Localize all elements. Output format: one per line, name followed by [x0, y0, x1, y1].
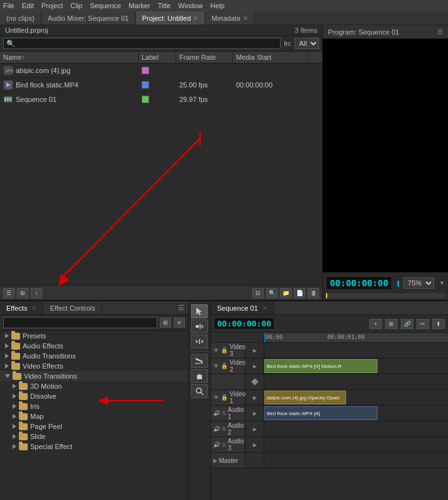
effects-sort-btn[interactable]: ≡ [174, 318, 185, 328]
expand-btn[interactable]: ▶ [253, 364, 257, 369]
add-track-btn[interactable]: + [369, 319, 382, 329]
effects-item-audio-transitions[interactable]: Audio Transitions [0, 351, 188, 361]
eye-btn[interactable]: 👁 [213, 394, 219, 401]
effects-item-page-peel[interactable]: Page Peel [0, 421, 188, 431]
list-view-btn[interactable]: ☰ [3, 288, 14, 298]
solo-btn[interactable]: S [222, 442, 226, 448]
menu-window[interactable]: Window [178, 2, 203, 9]
expand-btn[interactable]: ▶ [253, 411, 257, 416]
track-controls-video1: ▶ [245, 390, 264, 405]
menu-marker[interactable]: Marker [128, 2, 150, 9]
lock-btn[interactable]: 🔒 [221, 394, 228, 401]
expand-btn[interactable]: ▶ [253, 348, 257, 353]
tab-project-close[interactable]: ✕ [193, 15, 198, 21]
menu-clip[interactable]: Clip [70, 2, 82, 9]
track-controls-master [245, 453, 264, 468]
effects-view-btn[interactable]: ⊞ [160, 318, 171, 328]
tab-audio-mixer[interactable]: Audio Mixer: Sequence 01 [42, 11, 136, 25]
mute-btn[interactable]: 🔊 [213, 426, 220, 432]
snap-btn[interactable]: ⊞ [385, 319, 398, 329]
delete-btn[interactable]: 🗑 [308, 288, 319, 298]
selection-tool[interactable] [191, 304, 208, 318]
icon-view-btn[interactable]: ⊞ [17, 288, 28, 298]
menu-help[interactable]: Help [210, 2, 225, 9]
tab-sequence01[interactable]: Sequence 01 ✕ [211, 301, 274, 314]
link-btn[interactable]: 🔗 [401, 319, 413, 329]
tab-no-clips[interactable]: (no clips) [0, 11, 42, 25]
tab-effects[interactable]: Effects ✕ [0, 301, 43, 314]
search-btn[interactable]: 🔍 [266, 288, 277, 298]
expand-btn[interactable]: ▶ [253, 395, 257, 401]
effects-item-iris[interactable]: Iris [0, 401, 188, 411]
effects-item-slide[interactable]: Slide [0, 431, 188, 442]
solo-btn[interactable]: S [222, 410, 226, 416]
effects-item-audio-effects[interactable]: Audio Effects [0, 341, 188, 351]
mute-btn[interactable]: 🔊 [213, 410, 220, 416]
eye-btn[interactable]: 👁 [213, 363, 219, 369]
razor-tool[interactable] [191, 354, 208, 368]
lock-btn[interactable]: 🔒 [221, 363, 228, 369]
expand-btn[interactable]: ▶ [253, 426, 257, 432]
menu-file[interactable]: File [3, 2, 14, 9]
mute-btn[interactable]: 🔊 [213, 442, 220, 448]
tab-effect-controls[interactable]: Effect Controls [43, 301, 102, 314]
storyboard-btn[interactable]: ⊟ [252, 288, 264, 298]
menu-project[interactable]: Project [42, 2, 63, 9]
ripple-edit-tool[interactable] [191, 319, 208, 333]
project-search-input[interactable] [3, 38, 281, 49]
menu-edit[interactable]: Edit [22, 2, 34, 9]
lift-btn[interactable]: ⬆ [432, 319, 445, 329]
clip-bird-flock-v[interactable]: Bird flock static.MP4 [V] Motion:R [264, 359, 378, 373]
zoom-tool[interactable] [191, 384, 208, 398]
rolling-edit-tool[interactable] [191, 335, 208, 348]
clip-abipic-v[interactable]: abipic.com (4).jpg Opacity:Opaci [264, 391, 346, 404]
sort-btn[interactable]: ↕ [31, 288, 42, 298]
solo-btn[interactable]: S [222, 426, 226, 432]
table-row[interactable]: JPG abipic.com (4).jpg [0, 64, 322, 78]
effects-item-video-effects[interactable]: Video Effects [0, 361, 188, 371]
col-frame-rate[interactable]: Frame Rate [176, 52, 233, 63]
menu-sequence[interactable]: Sequence [90, 2, 121, 9]
table-row[interactable]: Bird flock static.MP4 25.00 fps 00:00:00… [0, 78, 322, 92]
clip-bird-flock-a[interactable]: Bird flock static.MP4 [A] [264, 406, 378, 420]
menu-title[interactable]: Title [158, 2, 171, 9]
effects-search-input[interactable] [3, 317, 157, 328]
effects-item-dissolve[interactable]: Dissolve [0, 391, 188, 401]
col-media-start[interactable]: Media Start [233, 52, 308, 63]
effects-item-map[interactable]: Map [0, 411, 188, 421]
eye-btn[interactable]: 👁 [213, 347, 219, 353]
triangle-icon [5, 364, 9, 369]
track-content-audio2 [264, 421, 448, 436]
playback-bar[interactable] [397, 281, 398, 285]
effects-item-3d-motion[interactable]: 3D Motion [0, 381, 188, 391]
effects-item-special-effect[interactable]: Special Effect [0, 442, 188, 452]
col-label[interactable]: Label [138, 52, 176, 63]
tab-project[interactable]: Project: Untitled ✕ [136, 11, 206, 25]
table-row[interactable]: Sequence 01 29.97 fps [0, 92, 322, 107]
monitor-ruler[interactable] [326, 293, 445, 298]
expand-btn[interactable]: ▶ [213, 458, 217, 464]
track-content-video2[interactable]: Bird flock static.MP4 [V] Motion:R [264, 358, 448, 374]
new-folder-btn[interactable]: 📁 [280, 288, 291, 298]
expand-btn[interactable]: ▶ [253, 442, 257, 448]
effects-menu-icon[interactable]: ☰ [174, 301, 188, 314]
new-item-btn[interactable]: 📄 [294, 288, 305, 298]
monitor-menu-icon[interactable]: ☰ [437, 28, 443, 35]
in-select[interactable]: All [294, 38, 319, 49]
hand-tool[interactable] [191, 369, 208, 383]
tab-effects-close[interactable]: ✕ [31, 305, 36, 311]
track-content-video1[interactable]: abipic.com (4).jpg Opacity:Opaci [264, 390, 448, 405]
effects-item-presets[interactable]: Presets [0, 331, 188, 341]
col-name[interactable]: Name [0, 52, 138, 63]
tab-sequence01-close[interactable]: ✕ [262, 305, 267, 311]
effects-item-video-transitions[interactable]: Video Transitions [0, 371, 188, 381]
tab-metadata-close[interactable]: ✕ [243, 15, 248, 21]
track-content-audio1[interactable]: Bird flock static.MP4 [A] [264, 406, 448, 421]
delete-inout-btn[interactable]: ✂ [417, 319, 429, 329]
lock-btn[interactable]: 🔒 [221, 347, 228, 353]
frame-rate-cell [176, 64, 233, 77]
zoom-dropdown-icon[interactable]: ▼ [439, 280, 445, 286]
triangle-icon [13, 444, 16, 449]
tab-metadata[interactable]: Metadata ✕ [205, 11, 255, 25]
zoom-select[interactable]: 75% [403, 277, 434, 289]
